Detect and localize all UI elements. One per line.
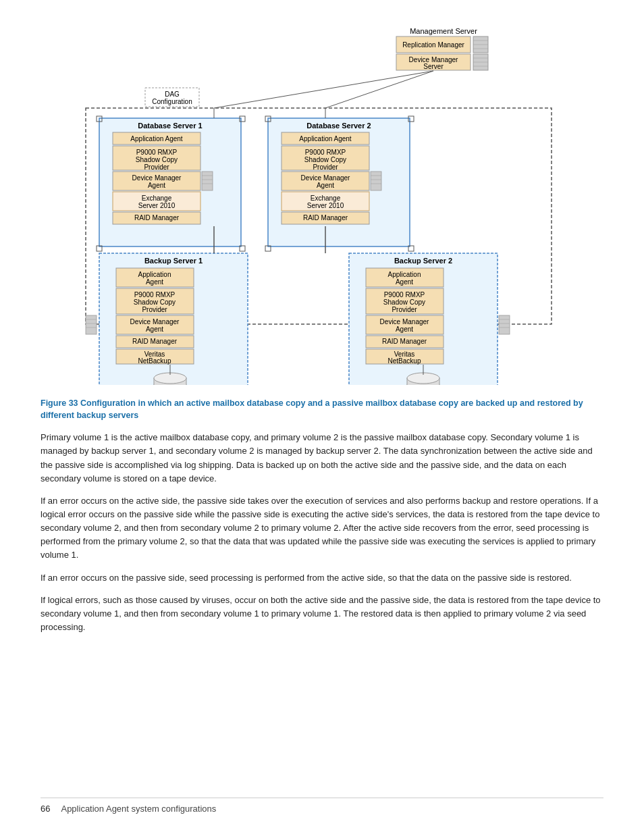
paragraph-3: If an error occurs on the passive side, … — [41, 571, 603, 585]
svg-text:Management Server: Management Server — [410, 27, 477, 35]
svg-text:Database Server 1: Database Server 1 — [138, 122, 202, 130]
svg-text:Agent: Agent — [317, 182, 334, 189]
svg-text:Device Manager: Device Manager — [130, 318, 180, 325]
svg-text:Agent: Agent — [396, 325, 413, 333]
svg-text:P9000 RMXP: P9000 RMXP — [134, 291, 176, 298]
svg-text:NetBackup: NetBackup — [388, 357, 421, 365]
paragraph-4: If logical errors, such as those caused … — [41, 594, 603, 634]
svg-text:Backup Server 1: Backup Server 1 — [144, 257, 203, 265]
footer-text: Application Agent system configurations — [61, 804, 216, 814]
svg-rect-30 — [202, 172, 213, 190]
svg-text:Agent: Agent — [146, 325, 163, 333]
paragraph-1: Primary volume 1 is the active mailbox d… — [41, 431, 603, 486]
svg-line-146 — [325, 71, 433, 108]
svg-text:Provider: Provider — [144, 163, 169, 171]
svg-text:Server 2010: Server 2010 — [307, 202, 344, 209]
diagram-svg: Management Server Replication Manager De… — [45, 20, 599, 385]
svg-text:Shadow Copy: Shadow Copy — [383, 298, 425, 306]
svg-text:Provider: Provider — [142, 306, 167, 313]
svg-text:Shadow Copy: Shadow Copy — [136, 156, 178, 163]
svg-text:Server 2010: Server 2010 — [138, 202, 176, 209]
svg-text:Agent: Agent — [396, 278, 413, 286]
page-footer: 66 Application Agent system configuratio… — [41, 798, 603, 814]
svg-text:Application Agent: Application Agent — [130, 135, 183, 142]
svg-text:Shadow Copy: Shadow Copy — [304, 156, 346, 163]
svg-text:Database Server 2: Database Server 2 — [306, 122, 371, 130]
svg-line-144 — [214, 71, 433, 108]
svg-text:Backup Server 2: Backup Server 2 — [394, 257, 452, 265]
page: Management Server Replication Manager De… — [0, 0, 644, 834]
svg-text:Exchange: Exchange — [311, 194, 341, 202]
svg-rect-54 — [371, 172, 381, 190]
svg-text:Device Manager: Device Manager — [301, 174, 350, 182]
svg-rect-100 — [499, 315, 510, 334]
svg-text:RAID Manager: RAID Manager — [132, 338, 178, 345]
svg-text:RAID Manager: RAID Manager — [382, 338, 427, 345]
svg-text:Application Agent: Application Agent — [299, 135, 352, 142]
svg-text:RAID Manager: RAID Manager — [134, 214, 180, 221]
footer-page-number: 66 — [41, 804, 50, 814]
svg-text:Device Manager: Device Manager — [380, 318, 429, 325]
svg-text:DAG: DAG — [165, 90, 180, 98]
svg-text:Configuration: Configuration — [152, 98, 192, 105]
svg-text:P9000 RMXP: P9000 RMXP — [384, 291, 425, 298]
diagram-container: Management Server Replication Manager De… — [41, 20, 603, 385]
paragraph-2: If an error occurs on the active side, t… — [41, 494, 603, 563]
svg-text:NetBackup: NetBackup — [138, 357, 171, 365]
svg-text:P9000 RMXP: P9000 RMXP — [136, 149, 178, 156]
figure-caption: Figure 33 Configuration in which an acti… — [41, 397, 603, 421]
svg-text:Shadow Copy: Shadow Copy — [134, 298, 176, 306]
svg-text:Server: Server — [423, 63, 444, 70]
svg-text:Application: Application — [388, 271, 421, 278]
svg-text:Agent: Agent — [148, 182, 165, 189]
svg-text:P9000 RMXP: P9000 RMXP — [305, 149, 346, 156]
svg-text:Provider: Provider — [392, 306, 417, 313]
svg-text:RAID Manager: RAID Manager — [303, 214, 348, 221]
svg-text:Replication Manager: Replication Manager — [402, 41, 464, 49]
svg-text:Application: Application — [138, 271, 171, 278]
svg-rect-79 — [86, 315, 97, 334]
svg-text:Provider: Provider — [313, 163, 338, 171]
svg-text:Agent: Agent — [146, 278, 163, 286]
svg-text:Exchange: Exchange — [142, 194, 172, 202]
svg-text:Device Manager: Device Manager — [132, 174, 182, 182]
